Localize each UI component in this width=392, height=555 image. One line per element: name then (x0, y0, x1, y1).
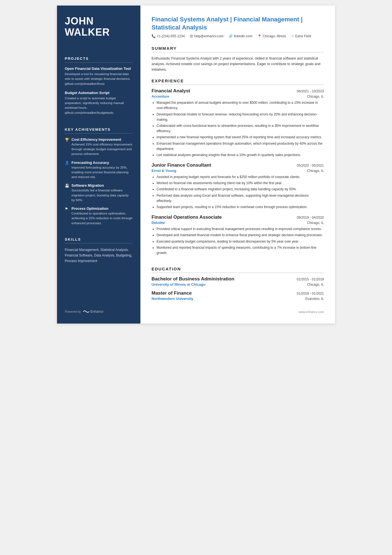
bullet-2-4: Performed data analysis using Excel and … (157, 193, 324, 204)
edu-degree-2: Master of Finance (152, 290, 192, 296)
achievement-desc-2: Improved forecasting accuracy by 20%, en… (71, 165, 133, 180)
achievement-title-3: Software Migration (71, 183, 133, 188)
contact-email: @ help@enhancv.com (190, 34, 224, 38)
exp-sub-2: Ernst & Young Chicago, IL (152, 169, 324, 173)
sidebar: JOHN WALKER PROJECTS Open Financial Data… (57, 6, 140, 324)
star-icon: ☆ (291, 34, 294, 38)
enhancv-logo-icon (83, 310, 89, 314)
bullet-3-4: Monitored and reported financial impacts… (157, 245, 324, 256)
achievement-title-2: Forecasting Accuracy (71, 161, 133, 165)
linkedin-url: linkedin.com (234, 34, 252, 38)
exp-title-3: Financial Operations Associate (152, 214, 222, 220)
bullet-1-3: Collaborated with cross-functional teams… (157, 123, 324, 134)
enhancv-logo: Enhancv (83, 310, 103, 314)
enhancv-brand-name: Enhancv (90, 310, 103, 314)
education-section-title: EDUCATION (152, 267, 324, 271)
exp-dates-3: 09/2019 - 04/2020 (297, 216, 324, 219)
achievement-item-2: 👤 Forecasting Accuracy Improved forecast… (65, 161, 133, 180)
phone-number: +1-(234)-555-1234 (157, 34, 185, 38)
email-icon: @ (190, 34, 193, 38)
achievement-desc-1: Achieved 15% cost efficiency improvement… (71, 142, 133, 157)
summary-text: Enthusiastic Financial Systems Analyst w… (152, 56, 324, 72)
bullet-1-6: Led statistical analyses generating insi… (157, 152, 324, 158)
edu-school-2: Northwestern University (152, 297, 193, 301)
skills-section-title: SKILLS (65, 237, 133, 241)
email-address: help@enhancv.com (194, 34, 224, 38)
contact-phone: 📞 +1-(234)-555-1234 (152, 34, 185, 38)
exp-header-2: Junior Finance Consultant 05/2020 - 05/2… (152, 162, 324, 168)
sidebar-footer: Powered by Enhancv (65, 301, 133, 314)
person-icon: 👤 (65, 161, 69, 165)
achievement-item-3: 💾 Software Migration Successfully led a … (65, 183, 133, 203)
edu-school-1: University of Illinois at Chicago (152, 282, 205, 287)
edu-sub-1: University of Illinois at Chicago Chicag… (152, 282, 324, 287)
skills-text: Financial Management, Statistical Analys… (65, 247, 133, 264)
edu-dates-2: 01/2019 - 01/2021 (297, 292, 324, 295)
disk-icon: 💾 (65, 184, 69, 188)
phone-icon: 📞 (152, 34, 156, 38)
bullet-2-1: Assisted in preparing budget reports and… (157, 174, 324, 180)
bullet-1-4: Implemented a new financial reporting sy… (157, 135, 324, 140)
exp-company-1: Accenture (152, 94, 169, 98)
exp-title-2: Junior Finance Consultant (152, 162, 211, 168)
candidate-name: JOHN WALKER (65, 16, 133, 38)
exp-location-2: Chicago, IL (307, 169, 324, 173)
achievement-title-1: Cost Efficiency Improvement (71, 137, 133, 142)
bullet-3-3: Executed quarterly budget comparisons, l… (157, 239, 324, 244)
experience-section-title: EXPERIENCE (152, 78, 324, 83)
exp-header-1: Financial Analyst 06/2021 - 10/2023 (152, 88, 324, 94)
footer-url: www.enhancv.com (299, 310, 324, 314)
projects-section-title: PROJECTS (65, 56, 133, 61)
exp-sub-1: Accenture Chicago, IL (152, 94, 324, 98)
edu-sub-2: Northwestern University Evanston, IL (152, 297, 324, 301)
achievement-item-4: ⚑ Process Optimization Contributed to op… (65, 206, 133, 226)
achievement-item-1: 🏆 Cost Efficiency Improvement Achieved 1… (65, 137, 133, 157)
resume-container: JOHN WALKER PROJECTS Open Financial Data… (57, 6, 335, 324)
trophy-icon: 🏆 (65, 138, 69, 142)
edu-header-2: Master of Finance 01/2019 - 01/2021 (152, 290, 324, 296)
project-title-1: Open Financial Data Visualization Tool (65, 66, 133, 71)
main-title: Financial Systems Analyst | Financial Ma… (152, 16, 324, 31)
edu-location-1: Chicago, IL (307, 283, 324, 287)
bullet-1-1: Managed the preparation of annual budget… (157, 100, 324, 111)
edu-header-1: Bachelor of Business Administration 01/2… (152, 276, 324, 282)
project-desc-1: Developed a tool for visualizing financi… (65, 72, 133, 86)
bullet-1-5: Enhanced financial management operations… (157, 141, 324, 152)
project-title-2: Budget Automation Script (65, 91, 133, 95)
bullet-2-5: Supported team projects, resulting in a … (157, 204, 324, 210)
bullet-1-2: Developed financial models to forecast r… (157, 112, 324, 122)
exp-title-1: Financial Analyst (152, 88, 190, 94)
exp-dates-1: 06/2021 - 10/2023 (297, 89, 324, 93)
exp-sub-3: Deloitte Chicago, IL (152, 221, 324, 225)
linkedin-icon: 🔗 (229, 34, 233, 38)
powered-by-label: Powered by (65, 310, 81, 313)
bullet-2-2: Worked on financial risk assessments red… (157, 181, 324, 186)
contact-extra: ☆ Extra Field (291, 34, 311, 38)
flag-icon: ⚑ (65, 207, 69, 211)
achievements-divider (65, 133, 133, 134)
education-divider (152, 273, 324, 273)
project-desc-2: Created a script to automate budget prep… (65, 96, 133, 115)
edu-location-2: Evanston, IL (305, 297, 324, 301)
bullet-2-3: Contributed to a financial software migr… (157, 187, 324, 192)
exp-location-3: Chicago, IL (307, 221, 324, 225)
exp-company-3: Deloitte (152, 221, 165, 225)
exp-bullets-2: Assisted in preparing budget reports and… (152, 174, 324, 211)
contact-row: 📞 +1-(234)-555-1234 @ help@enhancv.com 🔗… (152, 34, 324, 38)
achievements-section-title: KEY ACHIEVEMENTS (65, 127, 133, 132)
main-footer: www.enhancv.com (152, 305, 324, 314)
project-item-2: Budget Automation Script Created a scrip… (65, 91, 133, 115)
achievement-title-4: Process Optimization (71, 206, 133, 211)
contact-linkedin: 🔗 linkedin.com (229, 34, 252, 38)
achievement-desc-4: Contributed to operations optimization, … (71, 211, 133, 226)
summary-divider (152, 52, 324, 52)
edu-degree-1: Bachelor of Business Administration (152, 276, 234, 282)
experience-divider (152, 85, 324, 85)
exp-header-3: Financial Operations Associate 09/2019 -… (152, 214, 324, 220)
exp-location-1: Chicago, IL (307, 95, 324, 98)
project-item-1: Open Financial Data Visualization Tool D… (65, 66, 133, 86)
summary-section-title: SUMMARY (152, 46, 324, 51)
exp-dates-2: 05/2020 - 05/2021 (297, 164, 324, 167)
extra-field: Extra Field (295, 34, 311, 38)
edu-dates-1: 01/2015 - 01/2019 (297, 277, 324, 281)
